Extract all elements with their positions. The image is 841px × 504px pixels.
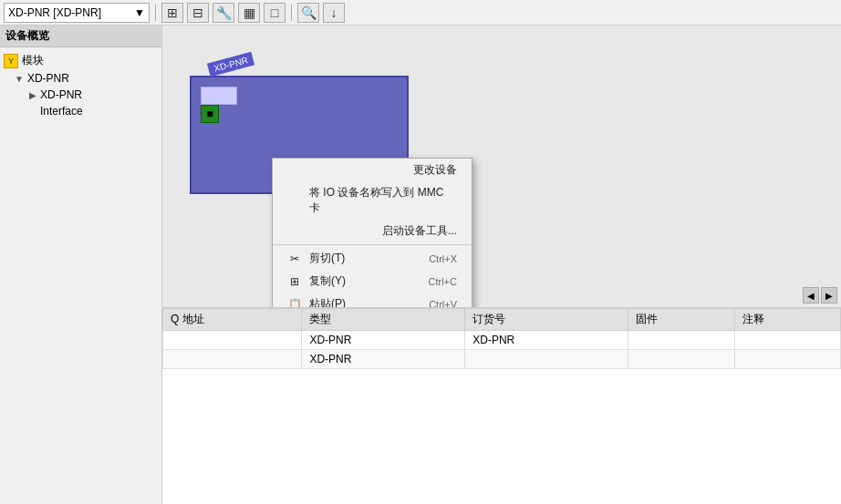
scroll-left[interactable]: ◀ <box>803 287 819 303</box>
cut-icon: ✂ <box>287 252 302 266</box>
cell-notes-1 <box>734 331 840 350</box>
cell-notes-2 <box>734 350 840 369</box>
ctx-item-paste[interactable]: 📋 粘贴(P) Ctrl+V <box>273 293 472 308</box>
tree-item-xdpnr-label: XD-PNR <box>27 72 69 85</box>
cell-type-1: XD-PNR <box>302 331 465 350</box>
copy-icon: ⊞ <box>287 274 302 289</box>
device-dropdown[interactable]: XD-PNR [XD-PNR] ▼ <box>4 3 150 23</box>
toolbar-btn-zoom[interactable]: 🔍 <box>297 3 319 23</box>
device-inner <box>201 87 237 105</box>
ctx-item-start-tool[interactable]: 启动设备工具... <box>273 220 472 242</box>
tree-item-xdpnr-child-label: XD-PNR <box>40 88 82 101</box>
cell-order-1: XD-PNR <box>465 331 628 350</box>
device-dropdown-value: XD-PNR [XD-PNR] <box>8 6 101 19</box>
table-area: Q 地址 类型 订货号 固件 注释 XD-PNR XD-PNR <box>162 308 841 504</box>
ctx-item-write-mmc[interactable]: 将 IO 设备名称写入到 MMC 卡 <box>273 181 472 220</box>
cell-firmware-2 <box>628 350 734 369</box>
toolbar-sep-1 <box>155 5 156 21</box>
col-type: 类型 <box>302 309 465 331</box>
cell-order-2 <box>465 350 628 369</box>
device-slot: ■ <box>201 105 219 123</box>
col-firmware: 固件 <box>628 309 734 331</box>
diagram-area[interactable]: XD-PNR ■ DP-NORM ◀ ▶ 更改设备 <box>162 26 841 308</box>
tree-item-xdpnr-child[interactable]: ▶ XD-PNR <box>0 87 161 103</box>
table-row: XD-PNR <box>163 350 841 369</box>
left-panel: 设备概览 Y 模块 ▼ XD-PNR ▶ XD-PNR Interface <box>0 26 162 504</box>
scroll-right[interactable]: ▶ <box>821 287 837 303</box>
col-order-num: 订货号 <box>465 309 628 331</box>
device-view-label: 设备概览 <box>0 26 161 47</box>
tree-item-xdpnr[interactable]: ▼ XD-PNR <box>0 70 161 87</box>
ctx-label-copy: 复制(Y) <box>309 273 346 289</box>
paste-icon: 📋 <box>287 297 302 309</box>
ctx-shortcut-paste: Ctrl+V <box>429 299 457 309</box>
data-table: Q 地址 类型 订货号 固件 注释 XD-PNR XD-PNR <box>162 308 841 369</box>
ctx-label-paste: 粘贴(P) <box>309 296 346 308</box>
write-mmc-icon <box>287 193 302 208</box>
ctx-label-change-device: 更改设备 <box>413 162 457 178</box>
device-view-title: 设备概览 <box>5 28 49 44</box>
col-q-address: Q 地址 <box>163 309 302 331</box>
cell-q-address-2 <box>163 350 302 369</box>
tree-item-interface-label: Interface <box>40 105 83 118</box>
toolbar-btn-2[interactable]: ⊟ <box>187 3 209 23</box>
ctx-label-write-mmc: 将 IO 设备名称写入到 MMC 卡 <box>309 185 457 216</box>
tree-header: Y 模块 <box>0 51 161 70</box>
table-row: XD-PNR XD-PNR <box>163 331 841 350</box>
col-notes: 注释 <box>734 309 840 331</box>
ctx-shortcut-copy: Ctrl+C <box>429 276 457 287</box>
ctx-item-cut[interactable]: ✂ 剪切(T) Ctrl+X <box>273 247 472 270</box>
tree-area: Y 模块 ▼ XD-PNR ▶ XD-PNR Interface <box>0 47 161 504</box>
right-area: XD-PNR ■ DP-NORM ◀ ▶ 更改设备 <box>162 26 841 504</box>
context-menu: 更改设备 将 IO 设备名称写入到 MMC 卡 启动设备工具... ✂ 剪切(T… <box>272 158 472 308</box>
toolbar-btn-down[interactable]: ↓ <box>323 3 345 23</box>
toolbar-btn-5[interactable]: □ <box>264 3 286 23</box>
ctx-label-start-tool: 启动设备工具... <box>382 223 457 239</box>
toolbar-btn-3[interactable]: 🔧 <box>213 3 234 23</box>
ctx-item-copy[interactable]: ⊞ 复制(Y) Ctrl+C <box>273 270 472 293</box>
start-tool-icon <box>287 224 302 239</box>
cell-q-address-1 <box>163 331 302 350</box>
toolbar: XD-PNR [XD-PNR] ▼ ⊞ ⊟ 🔧 ▦ □ 🔍 ↓ <box>0 0 841 26</box>
scroll-nav[interactable]: ◀ ▶ <box>803 287 837 303</box>
cell-type-2: XD-PNR <box>302 350 465 369</box>
device-label-tag: XD-PNR <box>207 52 255 77</box>
toolbar-btn-1[interactable]: ⊞ <box>161 3 183 23</box>
xdpnr-expand-arrow: ▼ <box>15 74 24 84</box>
xdpnr-child-expand: ▶ <box>29 90 36 100</box>
tree-item-interface[interactable]: Interface <box>0 103 161 119</box>
toolbar-sep-2 <box>291 5 292 21</box>
table-header-row: Q 地址 类型 订货号 固件 注释 <box>163 309 841 331</box>
ctx-shortcut-cut: Ctrl+X <box>429 253 457 264</box>
ctx-label-cut: 剪切(T) <box>309 251 345 266</box>
ctx-item-change-device[interactable]: 更改设备 <box>273 159 472 181</box>
cell-firmware-1 <box>628 331 734 350</box>
main-area: 设备概览 Y 模块 ▼ XD-PNR ▶ XD-PNR Interface <box>0 26 841 504</box>
tree-module-icon: Y <box>4 54 18 68</box>
toolbar-btn-4[interactable]: ▦ <box>238 3 260 23</box>
tree-module-label: 模块 <box>22 53 44 68</box>
change-device-icon <box>287 163 302 178</box>
ctx-sep-1 <box>273 244 472 245</box>
